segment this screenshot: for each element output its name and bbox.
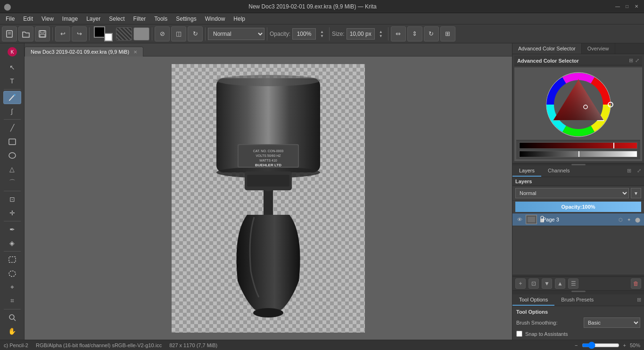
- layers-blend-mode-select[interactable]: Normal: [515, 188, 629, 198]
- wrap-mode-btn[interactable]: ⊞: [440, 26, 455, 41]
- move-tool-btn[interactable]: ✛: [3, 206, 21, 220]
- menu-settings[interactable]: Settings: [172, 15, 200, 23]
- menu-filter[interactable]: Filter: [130, 15, 150, 23]
- ellipse-tool-btn[interactable]: [3, 149, 21, 162]
- foreground-color[interactable]: [94, 26, 105, 38]
- tool-options-tab-options[interactable]: Tool Options: [512, 294, 554, 306]
- add-layer-btn[interactable]: +: [515, 278, 526, 289]
- mirror-h-btn[interactable]: ⇔: [391, 26, 406, 41]
- layer-action-1[interactable]: ⬡: [617, 216, 624, 223]
- value-slider[interactable]: [519, 142, 637, 149]
- tab-advanced-color-selector[interactable]: Advanced Color Selector: [512, 43, 582, 54]
- path-tool-btn[interactable]: ⌒: [3, 176, 21, 189]
- snap-label[interactable]: Snap to Assistants: [525, 331, 568, 337]
- layer-item[interactable]: 👁 Page 3 ⬡ ✦ ⬤: [512, 213, 644, 226]
- layer-action-2[interactable]: ✦: [625, 216, 633, 223]
- menu-edit[interactable]: Edit: [19, 15, 37, 23]
- save-document-btn[interactable]: [35, 26, 50, 41]
- line-tool-btn[interactable]: ╱: [3, 121, 21, 134]
- window-controls[interactable]: — □ ✕: [614, 3, 640, 10]
- wrap-around-btn[interactable]: ↻: [188, 26, 203, 41]
- background-color[interactable]: [104, 33, 113, 41]
- size-stepper[interactable]: ▲ ▼: [376, 28, 386, 40]
- layer-properties-btn[interactable]: ☰: [568, 278, 578, 289]
- selection-rect-tool-btn[interactable]: [3, 253, 21, 266]
- zoom-tool-btn[interactable]: [3, 311, 21, 324]
- size-input[interactable]: [347, 28, 375, 40]
- redo-btn[interactable]: ↪: [72, 26, 87, 41]
- move-layer-up-btn[interactable]: ▲: [555, 278, 565, 289]
- selection-ellipse-tool-btn[interactable]: [3, 267, 21, 280]
- selection-contiguous-tool-btn[interactable]: ⌗: [3, 294, 21, 308]
- menu-layer[interactable]: Layer: [83, 15, 104, 23]
- tool-options-title: Tool Options: [516, 309, 640, 315]
- freehand-brush-tool-btn[interactable]: [3, 91, 21, 104]
- tab-overview[interactable]: Overview: [582, 43, 615, 54]
- text-tool-btn[interactable]: T: [3, 74, 21, 88]
- menu-file[interactable]: File: [2, 15, 18, 23]
- zoom-slider[interactable]: [582, 343, 619, 348]
- layers-tab-channels[interactable]: Channels: [541, 165, 576, 177]
- tab-close-btn[interactable]: ✕: [133, 49, 137, 55]
- layer-thumbnail: [526, 215, 537, 224]
- opacity-input[interactable]: 100%: [292, 28, 316, 40]
- zoom-out-btn[interactable]: −: [575, 342, 578, 348]
- menu-select[interactable]: Select: [105, 15, 128, 23]
- pan-tool-btn[interactable]: ✋: [3, 325, 21, 338]
- maximize-btn[interactable]: □: [623, 3, 631, 10]
- minimize-btn[interactable]: —: [614, 3, 621, 10]
- menu-tools[interactable]: Tools: [150, 15, 171, 23]
- krita-icon: K: [3, 45, 21, 58]
- document-tab[interactable]: New Doc3 2019-02-01 09.exr.kra (9,9 MiB)…: [25, 47, 143, 57]
- polygon-tool-btn[interactable]: △: [3, 163, 21, 176]
- rect-tool-btn[interactable]: [3, 135, 21, 148]
- menu-help[interactable]: Help: [230, 15, 249, 23]
- menu-window[interactable]: Window: [201, 15, 229, 23]
- calligraphy-tool-btn[interactable]: ∫: [3, 105, 21, 118]
- pattern-swatch[interactable]: [116, 27, 132, 41]
- color-wheel-svg[interactable]: [543, 69, 614, 140]
- transform-tool-btn[interactable]: ⊡: [3, 193, 21, 206]
- tool-options-settings-icon[interactable]: ⊞: [634, 294, 644, 306]
- rotate-btn[interactable]: ↻: [424, 26, 439, 41]
- snap-checkbox[interactable]: [516, 331, 522, 337]
- zoom-in-btn[interactable]: +: [623, 342, 626, 348]
- undo-btn[interactable]: ↩: [55, 26, 70, 41]
- color-wheel-area[interactable]: [514, 67, 642, 161]
- blend-mode-select[interactable]: Normal: [208, 28, 264, 40]
- eyedropper-tool-btn[interactable]: ✒: [3, 223, 21, 236]
- tool-options-tab-presets[interactable]: Brush Presets: [554, 294, 600, 306]
- delete-layer-btn[interactable]: 🗑: [631, 278, 641, 289]
- mirror-v-btn[interactable]: ⇕: [407, 26, 422, 41]
- select-tool-btn[interactable]: ↖: [3, 61, 21, 74]
- app-title: New Doc3 2019-02-01 09.exr.kra (9,9 MiB)…: [11, 3, 614, 10]
- foreground-background-colors[interactable]: [94, 26, 113, 41]
- new-document-btn[interactable]: [2, 26, 17, 41]
- smart-patch-tool-btn[interactable]: ◈: [3, 236, 21, 250]
- layers-opacity-bar[interactable]: Opacity: 100%: [515, 202, 641, 212]
- move-layer-down-btn[interactable]: ▼: [542, 278, 552, 289]
- menu-view[interactable]: View: [38, 15, 58, 23]
- brush-preset-preview[interactable]: [133, 27, 149, 41]
- layers-tab-layers[interactable]: Layers: [512, 165, 541, 177]
- layers-filter-btn[interactable]: ▼: [631, 188, 641, 198]
- layers-action-icons: + ⊡ ▼ ▲ ☰: [515, 278, 578, 289]
- layers-settings-icon[interactable]: ⊞: [624, 165, 634, 177]
- color-selector-float-icon[interactable]: ⤢: [635, 57, 639, 64]
- layer-visibility-btn[interactable]: 👁: [515, 215, 524, 224]
- color-selector-settings-icon[interactable]: ⊞: [629, 57, 633, 64]
- opacity-stepper[interactable]: ▲ ▼: [317, 28, 327, 40]
- layer-action-3[interactable]: ⬤: [634, 216, 641, 223]
- brush-smoothing-select[interactable]: Basic None Weighted Stabilizer: [584, 317, 640, 328]
- open-document-btn[interactable]: [18, 26, 33, 41]
- group-layer-btn[interactable]: ⊡: [528, 278, 539, 289]
- hue-slider[interactable]: [519, 151, 637, 157]
- canvas-container[interactable]: CAT. NO. CON-0003 VOLTS 50/60 HZ WATTS 4…: [25, 57, 512, 340]
- document-tab-bar: New Doc3 2019-02-01 09.exr.kra (9,9 MiB)…: [25, 43, 512, 57]
- selection-freehand-tool-btn[interactable]: ⌖: [3, 281, 21, 294]
- preserve-alpha-btn[interactable]: ◫: [171, 26, 186, 41]
- close-btn[interactable]: ✕: [633, 3, 640, 10]
- menu-image[interactable]: Image: [58, 15, 82, 23]
- eraser-btn[interactable]: ⊘: [155, 26, 170, 41]
- layers-float-icon[interactable]: ⤢: [634, 165, 644, 177]
